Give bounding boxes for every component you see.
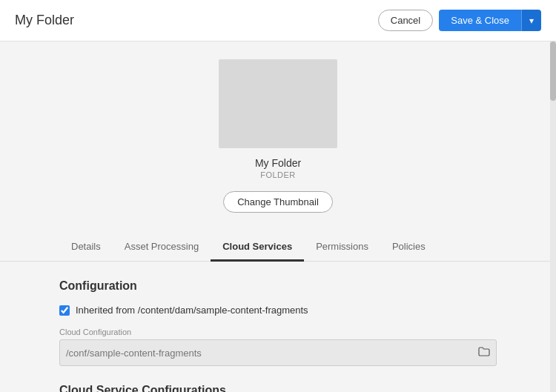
cloud-config-label: Cloud Configuration <box>59 328 497 336</box>
change-thumbnail-button[interactable]: Change Thumbnail <box>223 191 333 213</box>
scrollbar-thumb[interactable] <box>550 41 556 101</box>
save-button-group: Save & Close ▾ <box>439 10 541 31</box>
folder-browse-icon[interactable] <box>478 345 490 360</box>
content-area: My Folder FOLDER Change Thumbnail Detail… <box>0 41 556 392</box>
tab-cloud-services[interactable]: Cloud Services <box>211 233 304 262</box>
thumbnail-image <box>219 59 337 148</box>
cloud-config-input[interactable] <box>66 348 478 359</box>
tab-permissions[interactable]: Permissions <box>304 233 380 262</box>
save-close-button[interactable]: Save & Close <box>439 10 521 31</box>
app-header: My Folder Cancel Save & Close ▾ <box>0 0 556 41</box>
folder-name: My Folder <box>255 157 301 169</box>
tab-policies[interactable]: Policies <box>380 233 437 262</box>
main-content: Configuration Inherited from /content/da… <box>0 262 556 392</box>
configuration-title: Configuration <box>59 279 497 293</box>
cloud-config-input-container <box>59 339 497 366</box>
cloud-service-config-title: Cloud Service Configurations <box>59 384 497 392</box>
folder-type-label: FOLDER <box>260 170 296 179</box>
tab-asset-processing[interactable]: Asset Processing <box>113 233 211 262</box>
inherited-checkbox[interactable] <box>59 305 70 316</box>
header-actions: Cancel Save & Close ▾ <box>378 10 541 31</box>
chevron-down-icon: ▾ <box>529 16 534 26</box>
tab-details[interactable]: Details <box>59 233 113 262</box>
page-title: My Folder <box>15 13 74 28</box>
inherited-label: Inherited from /content/dam/sample-conte… <box>76 305 308 316</box>
cancel-button[interactable]: Cancel <box>378 10 433 31</box>
thumbnail-section: My Folder FOLDER Change Thumbnail <box>0 41 556 227</box>
save-dropdown-button[interactable]: ▾ <box>521 10 541 31</box>
inherited-checkbox-row: Inherited from /content/dam/sample-conte… <box>59 305 497 316</box>
tabs-bar: Details Asset Processing Cloud Services … <box>0 233 556 262</box>
